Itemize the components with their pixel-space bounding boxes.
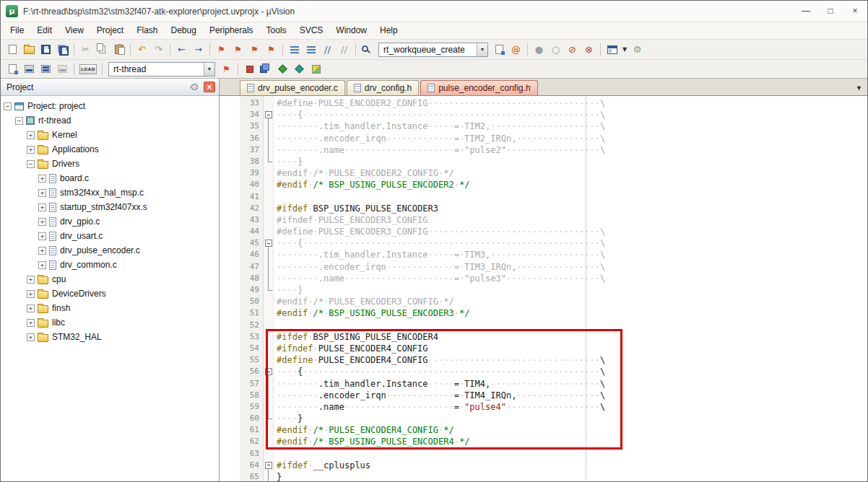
rebuild-all-button[interactable]	[38, 61, 54, 77]
window-layout-button[interactable]	[604, 42, 620, 58]
code-area[interactable]: 3334353637383940414243444546474849505152…	[220, 96, 867, 481]
bookmark-clear-all-button[interactable]: ⚑	[263, 42, 279, 58]
breakpoint-disable-all-button[interactable]: ⊘	[564, 42, 581, 58]
find-in-files-button[interactable]	[359, 42, 376, 58]
tree-item-project-project[interactable]: −Project: project	[1, 99, 219, 113]
target-options-button[interactable]: ⚑	[218, 61, 235, 77]
maximize-button[interactable]: □	[818, 1, 843, 22]
plus-expander-icon[interactable]: +	[27, 319, 35, 327]
menu-debug[interactable]: Debug	[165, 22, 203, 39]
plus-expander-icon[interactable]: +	[38, 203, 46, 211]
save-button[interactable]	[38, 42, 54, 58]
redo-button[interactable]: ↷	[150, 42, 167, 58]
menu-svcs[interactable]: SVCS	[293, 22, 330, 39]
plus-expander-icon[interactable]: +	[38, 232, 46, 240]
menu-file[interactable]: File	[4, 22, 30, 39]
configure-button[interactable]: ⚙	[629, 42, 646, 58]
bookmark-next-button[interactable]: ⚑	[246, 42, 263, 58]
open-file-button[interactable]	[21, 42, 38, 58]
plus-expander-icon[interactable]: +	[27, 333, 35, 341]
menu-edit[interactable]: Edit	[30, 22, 58, 39]
plus-expander-icon[interactable]: +	[38, 175, 46, 183]
indent-button[interactable]	[303, 42, 319, 58]
paste-button[interactable]	[110, 42, 127, 58]
tree-item-board-c[interactable]: +board.c	[1, 171, 219, 185]
minus-expander-icon[interactable]: −	[27, 160, 35, 168]
tree-item-applications[interactable]: +Applications	[1, 142, 219, 157]
breakpoint-kill-all-button[interactable]: ⊗	[581, 42, 597, 58]
new-file-button[interactable]	[4, 42, 21, 58]
target-combobox-value[interactable]: rt-thread	[109, 63, 204, 76]
tab-drv-pulse-encoder-c[interactable]: drv_pulse_encoder.c	[240, 80, 345, 95]
unindent-button[interactable]	[286, 42, 303, 58]
save-all-button[interactable]	[54, 42, 71, 58]
plus-expander-icon[interactable]: +	[38, 189, 46, 197]
fold-open-marker[interactable]	[264, 366, 274, 377]
plus-expander-icon[interactable]: +	[27, 304, 35, 312]
copy-button[interactable]	[94, 42, 110, 58]
menu-view[interactable]: View	[58, 22, 90, 39]
tree-item-drv-pulse-encoder-c[interactable]: +drv_pulse_encoder.c	[1, 243, 219, 258]
manage-runtime-environment-button[interactable]	[241, 61, 258, 77]
plus-expander-icon[interactable]: +	[27, 146, 35, 154]
manage-project-items-button[interactable]	[258, 61, 274, 77]
navigate-back-button[interactable]: ←	[173, 42, 190, 58]
close-button[interactable]: ×	[843, 1, 867, 22]
select-device-button[interactable]	[274, 61, 291, 77]
plus-expander-icon[interactable]: +	[38, 247, 46, 255]
window-layout-dropdown-icon[interactable]: ▼	[620, 42, 629, 58]
panel-close-button[interactable]: ×	[204, 82, 215, 92]
pack-installer-button[interactable]	[308, 61, 324, 77]
menu-help[interactable]: Help	[373, 22, 404, 39]
menu-project[interactable]: Project	[90, 22, 130, 39]
minus-expander-icon[interactable]: −	[15, 117, 23, 125]
tree-item-libc[interactable]: +libc	[1, 315, 219, 330]
plus-expander-icon[interactable]: +	[27, 131, 35, 139]
tree-item-drv-common-c[interactable]: +drv_common.c	[1, 258, 219, 272]
plus-expander-icon[interactable]: +	[38, 218, 46, 226]
tree-item-rt-thread[interactable]: −rt-thread	[1, 113, 219, 128]
plus-expander-icon[interactable]: +	[27, 290, 35, 298]
tree-item-drivers[interactable]: −Drivers	[1, 157, 219, 171]
tree-item-kernel[interactable]: +Kernel	[1, 128, 219, 142]
target-combobox[interactable]: rt-thread ▼	[108, 62, 215, 76]
tree-item-stm32f4xx-hal-msp-c[interactable]: +stm32f4xx_hal_msp.c	[1, 185, 219, 200]
cut-button[interactable]: ✂	[77, 42, 94, 58]
tree-item-startup-stm32f407xx-s[interactable]: +startup_stm32f407xx.s	[1, 200, 219, 214]
tab-list-dropdown-icon[interactable]: ▼	[856, 84, 867, 95]
search-combobox[interactable]: rt_workqueue_create ▼	[378, 43, 488, 57]
manage-books-button[interactable]	[291, 61, 308, 77]
menu-flash[interactable]: Flash	[130, 22, 164, 39]
incremental-find-button[interactable]: @	[508, 42, 524, 58]
fold-open-marker[interactable]	[264, 237, 274, 249]
tree-item-drv-gpio-c[interactable]: +drv_gpio.c	[1, 214, 219, 229]
tree-item-drv-usart-c[interactable]: +drv_usart.c	[1, 229, 219, 243]
target-combobox-dropdown-icon[interactable]: ▼	[204, 63, 214, 76]
build-button[interactable]	[21, 61, 38, 77]
tree-item-stm32-hal[interactable]: +STM32_HAL	[1, 330, 219, 344]
bookmark-prev-button[interactable]: ⚑	[230, 42, 246, 58]
navigate-forward-button[interactable]: →	[190, 42, 207, 58]
bookmark-toggle-button[interactable]: ⚑	[213, 42, 230, 58]
tree-item-finsh[interactable]: +finsh	[1, 301, 219, 315]
tab-drv-config-h[interactable]: drv_config.h	[347, 80, 419, 95]
translate-file-button[interactable]	[4, 61, 21, 77]
search-combobox-value[interactable]: rt_workqueue_create	[379, 43, 477, 56]
fold-open-marker[interactable]	[264, 109, 274, 120]
menu-peripherals[interactable]: Peripherals	[203, 22, 260, 39]
tree-item-cpu[interactable]: +cpu	[1, 272, 219, 286]
breakpoint-toggle-button[interactable]: ●	[531, 42, 547, 58]
menu-window[interactable]: Window	[329, 22, 373, 39]
menu-tools[interactable]: Tools	[260, 22, 293, 39]
undo-button[interactable]: ↶	[134, 42, 150, 58]
search-combobox-dropdown-icon[interactable]: ▼	[477, 43, 487, 56]
fold-open-marker[interactable]	[264, 460, 274, 471]
breakpoint-enable-button[interactable]: ○	[547, 42, 564, 58]
tree-item-devicedrivers[interactable]: +DeviceDrivers	[1, 286, 219, 301]
download-button[interactable]: LOAD	[77, 61, 99, 77]
uncomment-button[interactable]: //	[336, 42, 352, 58]
batch-build-button[interactable]	[54, 61, 71, 77]
find-button[interactable]	[491, 42, 508, 58]
code-text[interactable]: #define·PULSE_ENCODER2_CONFIG···········…	[274, 96, 867, 481]
minus-expander-icon[interactable]: −	[4, 102, 12, 110]
